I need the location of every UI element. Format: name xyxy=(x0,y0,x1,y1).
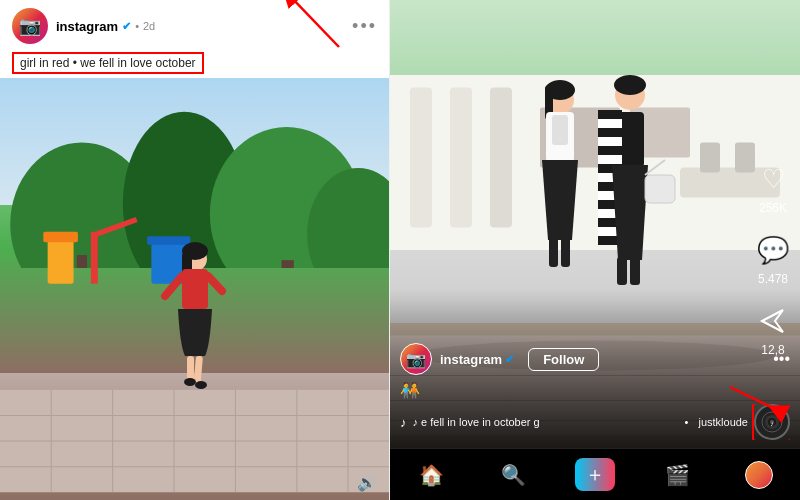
bottom-nav: 🏠 🔍 ＋ 🎬 xyxy=(390,448,800,500)
audio-text: ♪ e fell in love in october g xyxy=(413,416,675,428)
svg-rect-42 xyxy=(735,143,755,173)
video-avatar[interactable]: 📷 xyxy=(400,343,432,375)
svg-rect-61 xyxy=(598,128,622,137)
video-username-text: instagram xyxy=(440,352,502,367)
comment-icon[interactable]: 💬 xyxy=(754,231,792,269)
annotation-arrow xyxy=(269,0,349,57)
svg-rect-9 xyxy=(43,231,78,241)
post-time: 2d xyxy=(143,20,155,32)
add-button[interactable]: ＋ xyxy=(575,458,615,491)
svg-rect-35 xyxy=(410,88,432,228)
video-ig-icon: 📷 xyxy=(406,350,426,369)
follow-button[interactable]: Follow xyxy=(528,348,599,371)
username-text: instagram xyxy=(56,19,118,34)
svg-line-71 xyxy=(645,160,665,175)
nav-home[interactable]: 🏠 xyxy=(406,463,456,487)
pavement-svg xyxy=(0,382,389,500)
svg-rect-52 xyxy=(552,115,568,145)
svg-rect-68 xyxy=(617,257,627,285)
svg-rect-30 xyxy=(187,356,194,381)
svg-line-28 xyxy=(165,276,182,296)
profile-avatar xyxy=(745,461,773,489)
svg-rect-27 xyxy=(182,269,208,309)
audio-icon[interactable]: 🔊 xyxy=(357,473,377,492)
heart-icon[interactable]: ♡ xyxy=(754,160,792,198)
annotation-arrow-right xyxy=(725,372,795,432)
svg-point-33 xyxy=(195,381,207,389)
instagram-logo-icon: 📷 xyxy=(19,15,41,37)
pavement-bg xyxy=(0,382,389,500)
svg-rect-62 xyxy=(598,146,622,155)
side-actions: ♡ 256K 💬 5.478 12,8 xyxy=(754,160,792,357)
video-user-row: 📷 instagram ✔ Follow ••• xyxy=(400,343,790,375)
audio-separator: • xyxy=(685,416,689,428)
verified-icon: ✔ xyxy=(122,20,131,33)
park-background xyxy=(0,78,389,500)
instagram-post-panel: 📷 instagram ✔ • 2d ••• girl in red • we … xyxy=(0,0,390,500)
video-panel: ♡ 256K 💬 5.478 12,8 📷 instagram ✔ xyxy=(390,0,800,500)
reels-icon: 🎬 xyxy=(665,463,690,487)
post-image: 🔊 xyxy=(0,78,389,500)
svg-rect-10 xyxy=(91,231,98,283)
svg-rect-60 xyxy=(598,110,622,119)
video-username: instagram ✔ xyxy=(440,352,514,367)
svg-point-32 xyxy=(184,378,196,386)
post-caption-wrapper: girl in red • we fell in love october xyxy=(0,52,389,78)
girl-figure xyxy=(160,241,230,395)
svg-rect-54 xyxy=(561,237,570,267)
svg-rect-41 xyxy=(700,143,720,173)
nav-search[interactable]: 🔍 xyxy=(488,463,538,487)
video-emoji: 🧑‍🤝‍🧑 xyxy=(400,381,420,400)
search-nav-icon: 🔍 xyxy=(501,463,526,487)
video-verified-icon: ✔ xyxy=(505,353,514,366)
home-icon: 🏠 xyxy=(419,463,444,487)
nav-reels[interactable]: 🎬 xyxy=(652,463,702,487)
comment-action[interactable]: 💬 5.478 xyxy=(754,231,792,286)
plus-icon: ＋ xyxy=(585,461,605,488)
post-caption: girl in red • we fell in love october xyxy=(12,52,204,74)
like-action[interactable]: ♡ 256K xyxy=(754,160,792,215)
share-icon[interactable] xyxy=(754,302,792,340)
avatar[interactable]: 📷 xyxy=(12,8,48,44)
post-dot-separator: • xyxy=(135,20,139,32)
svg-rect-8 xyxy=(48,240,74,283)
svg-line-0 xyxy=(289,0,339,47)
girl-svg xyxy=(160,241,230,391)
svg-rect-11 xyxy=(95,217,137,237)
svg-rect-69 xyxy=(630,257,640,285)
svg-line-29 xyxy=(208,276,222,291)
share-count: 12,8 xyxy=(761,343,784,357)
svg-rect-36 xyxy=(450,88,472,228)
send-icon xyxy=(759,307,787,335)
post-more-button[interactable]: ••• xyxy=(352,16,377,37)
comment-count: 5.478 xyxy=(758,272,788,286)
nav-profile[interactable] xyxy=(734,461,784,489)
svg-rect-70 xyxy=(645,175,675,203)
svg-line-77 xyxy=(730,387,777,410)
svg-rect-53 xyxy=(549,237,558,267)
music-note-icon: ♪ xyxy=(400,415,407,430)
svg-point-56 xyxy=(614,75,646,95)
like-count: 256K xyxy=(759,201,787,215)
share-action[interactable]: 12,8 xyxy=(754,302,792,357)
nav-add[interactable]: ＋ xyxy=(570,458,620,491)
